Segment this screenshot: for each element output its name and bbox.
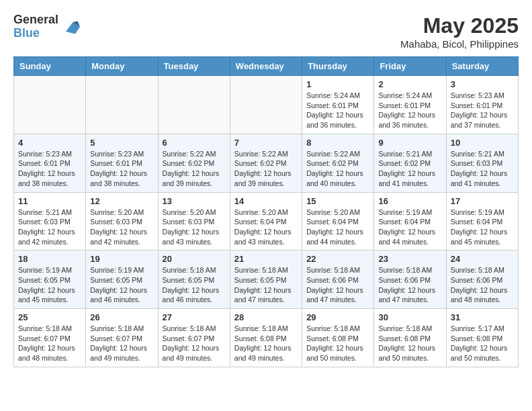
week-row-1: 1Sunrise: 5:24 AM Sunset: 6:01 PM Daylig… (14, 76, 519, 134)
day-info-6: Sunrise: 5:22 AM Sunset: 6:02 PM Dayligh… (163, 149, 226, 189)
day-cell-1: 1Sunrise: 5:24 AM Sunset: 6:01 PM Daylig… (302, 76, 374, 134)
location: Mahaba, Bicol, Philippines (400, 38, 519, 50)
month-title: May 2025 (400, 13, 519, 38)
day-info-16: Sunrise: 5:19 AM Sunset: 6:04 PM Dayligh… (378, 208, 441, 247)
day-number-14: 14 (234, 196, 298, 206)
day-number-30: 30 (378, 312, 441, 322)
day-cell-12: 12Sunrise: 5:20 AM Sunset: 6:03 PM Dayli… (86, 192, 158, 250)
empty-cell (158, 76, 230, 134)
logo-general-text: General (13, 13, 58, 27)
weekday-header-monday: Monday (86, 57, 158, 76)
day-number-24: 24 (451, 254, 514, 264)
day-number-16: 16 (378, 196, 441, 206)
day-number-19: 19 (90, 254, 153, 264)
day-info-21: Sunrise: 5:18 AM Sunset: 6:05 PM Dayligh… (234, 265, 298, 305)
day-number-4: 4 (18, 138, 81, 148)
logo-icon (61, 17, 80, 36)
day-info-2: Sunrise: 5:24 AM Sunset: 6:01 PM Dayligh… (378, 91, 441, 130)
weekday-header-friday: Friday (374, 57, 446, 76)
day-cell-29: 29Sunrise: 5:18 AM Sunset: 6:08 PM Dayli… (302, 309, 374, 367)
day-info-9: Sunrise: 5:21 AM Sunset: 6:02 PM Dayligh… (378, 149, 441, 189)
day-info-12: Sunrise: 5:20 AM Sunset: 6:03 PM Dayligh… (90, 208, 153, 247)
day-info-13: Sunrise: 5:20 AM Sunset: 6:03 PM Dayligh… (163, 208, 226, 247)
day-number-11: 11 (18, 196, 81, 206)
day-cell-9: 9Sunrise: 5:21 AM Sunset: 6:02 PM Daylig… (374, 134, 446, 192)
day-info-4: Sunrise: 5:23 AM Sunset: 6:01 PM Dayligh… (18, 149, 81, 189)
day-number-29: 29 (306, 312, 369, 322)
day-cell-7: 7Sunrise: 5:22 AM Sunset: 6:02 PM Daylig… (230, 134, 302, 192)
day-cell-21: 21Sunrise: 5:18 AM Sunset: 6:05 PM Dayli… (230, 250, 302, 309)
day-info-15: Sunrise: 5:20 AM Sunset: 6:04 PM Dayligh… (306, 208, 369, 247)
day-info-8: Sunrise: 5:22 AM Sunset: 6:02 PM Dayligh… (306, 149, 369, 189)
day-info-30: Sunrise: 5:18 AM Sunset: 6:08 PM Dayligh… (378, 324, 441, 363)
day-cell-17: 17Sunrise: 5:19 AM Sunset: 6:04 PM Dayli… (446, 192, 518, 250)
title-area: May 2025 Mahaba, Bicol, Philippines (400, 13, 519, 50)
week-row-4: 18Sunrise: 5:19 AM Sunset: 6:05 PM Dayli… (14, 250, 519, 309)
day-info-11: Sunrise: 5:21 AM Sunset: 6:03 PM Dayligh… (18, 208, 81, 247)
day-number-27: 27 (163, 312, 226, 322)
day-cell-4: 4Sunrise: 5:23 AM Sunset: 6:01 PM Daylig… (14, 134, 86, 192)
page-header: General Blue May 2025 Mahaba, Bicol, Phi… (13, 13, 519, 50)
day-number-1: 1 (306, 79, 369, 89)
day-cell-13: 13Sunrise: 5:20 AM Sunset: 6:03 PM Dayli… (158, 192, 230, 250)
day-cell-14: 14Sunrise: 5:20 AM Sunset: 6:04 PM Dayli… (230, 192, 302, 250)
day-number-23: 23 (378, 254, 441, 264)
day-number-25: 25 (18, 312, 81, 322)
day-info-5: Sunrise: 5:23 AM Sunset: 6:01 PM Dayligh… (90, 149, 153, 189)
day-number-5: 5 (90, 138, 153, 148)
day-number-3: 3 (451, 79, 514, 89)
day-number-15: 15 (306, 196, 369, 206)
day-number-22: 22 (306, 254, 369, 264)
day-number-31: 31 (451, 312, 514, 322)
day-cell-18: 18Sunrise: 5:19 AM Sunset: 6:05 PM Dayli… (14, 250, 86, 309)
day-info-20: Sunrise: 5:18 AM Sunset: 6:05 PM Dayligh… (163, 265, 226, 305)
day-info-10: Sunrise: 5:21 AM Sunset: 6:03 PM Dayligh… (451, 149, 514, 189)
week-row-5: 25Sunrise: 5:18 AM Sunset: 6:07 PM Dayli… (14, 309, 519, 367)
day-number-13: 13 (163, 196, 226, 206)
day-info-19: Sunrise: 5:19 AM Sunset: 6:05 PM Dayligh… (90, 265, 153, 305)
day-cell-2: 2Sunrise: 5:24 AM Sunset: 6:01 PM Daylig… (374, 76, 446, 134)
day-cell-27: 27Sunrise: 5:18 AM Sunset: 6:07 PM Dayli… (158, 309, 230, 367)
day-cell-15: 15Sunrise: 5:20 AM Sunset: 6:04 PM Dayli… (302, 192, 374, 250)
day-number-12: 12 (90, 196, 153, 206)
day-cell-6: 6Sunrise: 5:22 AM Sunset: 6:02 PM Daylig… (158, 134, 230, 192)
day-number-28: 28 (234, 312, 298, 322)
day-info-27: Sunrise: 5:18 AM Sunset: 6:07 PM Dayligh… (163, 324, 226, 363)
day-info-29: Sunrise: 5:18 AM Sunset: 6:08 PM Dayligh… (306, 324, 369, 363)
day-cell-24: 24Sunrise: 5:18 AM Sunset: 6:06 PM Dayli… (446, 250, 518, 309)
day-info-22: Sunrise: 5:18 AM Sunset: 6:06 PM Dayligh… (306, 265, 369, 305)
day-cell-16: 16Sunrise: 5:19 AM Sunset: 6:04 PM Dayli… (374, 192, 446, 250)
week-row-2: 4Sunrise: 5:23 AM Sunset: 6:01 PM Daylig… (14, 134, 519, 192)
day-cell-28: 28Sunrise: 5:18 AM Sunset: 6:08 PM Dayli… (230, 309, 302, 367)
day-cell-19: 19Sunrise: 5:19 AM Sunset: 6:05 PM Dayli… (86, 250, 158, 309)
day-cell-25: 25Sunrise: 5:18 AM Sunset: 6:07 PM Dayli… (14, 309, 86, 367)
day-cell-22: 22Sunrise: 5:18 AM Sunset: 6:06 PM Dayli… (302, 250, 374, 309)
day-number-9: 9 (378, 138, 441, 148)
day-info-25: Sunrise: 5:18 AM Sunset: 6:07 PM Dayligh… (18, 324, 81, 363)
weekday-header-sunday: Sunday (14, 57, 86, 76)
day-info-14: Sunrise: 5:20 AM Sunset: 6:04 PM Dayligh… (234, 208, 298, 247)
day-cell-23: 23Sunrise: 5:18 AM Sunset: 6:06 PM Dayli… (374, 250, 446, 309)
day-info-7: Sunrise: 5:22 AM Sunset: 6:02 PM Dayligh… (234, 149, 298, 189)
day-info-3: Sunrise: 5:23 AM Sunset: 6:01 PM Dayligh… (451, 91, 514, 130)
day-info-17: Sunrise: 5:19 AM Sunset: 6:04 PM Dayligh… (451, 208, 514, 247)
day-cell-30: 30Sunrise: 5:18 AM Sunset: 6:08 PM Dayli… (374, 309, 446, 367)
day-number-10: 10 (451, 138, 514, 148)
day-info-18: Sunrise: 5:19 AM Sunset: 6:05 PM Dayligh… (18, 265, 81, 305)
weekday-header-thursday: Thursday (302, 57, 374, 76)
day-info-23: Sunrise: 5:18 AM Sunset: 6:06 PM Dayligh… (378, 265, 441, 305)
day-number-26: 26 (90, 312, 153, 322)
day-cell-20: 20Sunrise: 5:18 AM Sunset: 6:05 PM Dayli… (158, 250, 230, 309)
day-cell-3: 3Sunrise: 5:23 AM Sunset: 6:01 PM Daylig… (446, 76, 518, 134)
day-number-2: 2 (378, 79, 441, 89)
day-cell-11: 11Sunrise: 5:21 AM Sunset: 6:03 PM Dayli… (14, 192, 86, 250)
day-number-6: 6 (163, 138, 226, 148)
day-number-18: 18 (18, 254, 81, 264)
weekday-header-wednesday: Wednesday (230, 57, 302, 76)
day-number-17: 17 (451, 196, 514, 206)
day-info-1: Sunrise: 5:24 AM Sunset: 6:01 PM Dayligh… (306, 91, 369, 130)
empty-cell (230, 76, 302, 134)
day-cell-8: 8Sunrise: 5:22 AM Sunset: 6:02 PM Daylig… (302, 134, 374, 192)
day-number-20: 20 (163, 254, 226, 264)
day-cell-26: 26Sunrise: 5:18 AM Sunset: 6:07 PM Dayli… (86, 309, 158, 367)
